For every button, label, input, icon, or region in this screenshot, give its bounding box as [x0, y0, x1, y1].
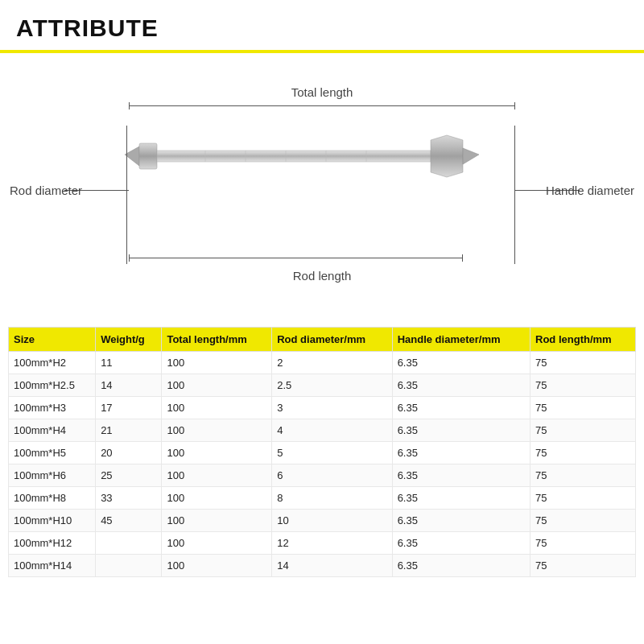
table-cell: 6.35 [392, 352, 530, 374]
table-cell: 2.5 [272, 374, 392, 397]
table-cell: 100mm*H10 [9, 510, 96, 532]
table-cell: 75 [530, 352, 636, 374]
table-cell: 11 [96, 352, 162, 374]
table-row: 100mm*H42110046.3575 [9, 419, 636, 442]
table-cell: 25 [96, 464, 162, 487]
table-body: 100mm*H21110026.3575100mm*H2.5141002.56.… [9, 352, 636, 577]
table-cell: 12 [272, 532, 392, 555]
total-length-label: Total length [291, 85, 353, 99]
table-cell: 6.35 [392, 442, 530, 464]
table-cell: 20 [96, 442, 162, 464]
table-cell: 100mm*H2 [9, 352, 96, 374]
table-row: 100mm*H62510066.3575 [9, 464, 636, 487]
table-cell: 100mm*H6 [9, 464, 96, 487]
table-cell: 100 [162, 487, 272, 510]
col-rod-diameter: Rod diameter/mm [272, 328, 392, 352]
table-row: 100mm*H1045100106.3575 [9, 510, 636, 532]
table-cell: 100 [162, 352, 272, 374]
table-cell: 6.35 [392, 487, 530, 510]
table-cell: 75 [530, 555, 636, 577]
svg-rect-1 [139, 143, 157, 169]
table-cell: 75 [530, 464, 636, 487]
col-size: Size [9, 328, 96, 352]
table-cell: 21 [96, 419, 162, 442]
header-section: ATTRIBUTE [0, 0, 644, 53]
table-cell: 100mm*H14 [9, 555, 96, 577]
table-cell: 100mm*H2.5 [9, 374, 96, 397]
table-cell: 100mm*H5 [9, 442, 96, 464]
table-cell: 6.35 [392, 397, 530, 419]
total-length-line [129, 105, 515, 106]
table-cell: 75 [530, 510, 636, 532]
table-cell: 14 [272, 555, 392, 577]
table-cell: 6.35 [392, 374, 530, 397]
table-cell: 14 [96, 374, 162, 397]
table-cell: 100 [162, 532, 272, 555]
screwdriver-image [125, 124, 519, 192]
rod-length-line [129, 258, 463, 258]
table-row: 100mm*H52010056.3575 [9, 442, 636, 464]
table-cell: 75 [530, 532, 636, 555]
table-row: 100mm*H12100126.3575 [9, 532, 636, 555]
col-handle-diameter: Handle diameter/mm [392, 328, 530, 352]
rod-length-label: Rod length [293, 269, 352, 283]
table-cell: 5 [272, 442, 392, 464]
table-cell: 10 [272, 510, 392, 532]
table-cell: 75 [530, 419, 636, 442]
table-cell: 100 [162, 464, 272, 487]
table-cell: 100 [162, 555, 272, 577]
svg-rect-2 [157, 151, 431, 162]
table-cell: 6.35 [392, 555, 530, 577]
table-cell: 6.35 [392, 464, 530, 487]
rod-diameter-label: Rod diameter [10, 184, 82, 197]
table-cell: 100mm*H4 [9, 419, 96, 442]
table-cell: 100 [162, 510, 272, 532]
table-cell: 75 [530, 374, 636, 397]
table-area: Size Weight/g Total length/mm Rod diamet… [0, 327, 644, 644]
table-row: 100mm*H21110026.3575 [9, 352, 636, 374]
col-weight: Weight/g [96, 328, 162, 352]
table-header: Size Weight/g Total length/mm Rod diamet… [9, 328, 636, 352]
table-row: 100mm*H83310086.3575 [9, 487, 636, 510]
diagram-area: Total length [0, 53, 644, 327]
handle-diameter-label: Handle diameter [546, 184, 634, 197]
rod-diameter-vline [126, 126, 127, 264]
page: ATTRIBUTE Total length [0, 0, 644, 644]
table-cell: 100mm*H3 [9, 397, 96, 419]
table-cell: 100 [162, 374, 272, 397]
svg-marker-4 [463, 148, 479, 164]
table-row: 100mm*H31710036.3575 [9, 397, 636, 419]
table-cell: 100 [162, 419, 272, 442]
table-cell: 33 [96, 487, 162, 510]
table-row: 100mm*H14100146.3575 [9, 555, 636, 577]
table-cell: 6.35 [392, 532, 530, 555]
attributes-table: Size Weight/g Total length/mm Rod diamet… [8, 327, 636, 577]
table-cell: 100 [162, 397, 272, 419]
col-rod-length: Rod length/mm [530, 328, 636, 352]
table-cell: 100mm*H8 [9, 487, 96, 510]
table-cell: 45 [96, 510, 162, 532]
page-title: ATTRIBUTE [16, 14, 159, 41]
table-cell: 2 [272, 352, 392, 374]
table-cell: 75 [530, 397, 636, 419]
table-cell: 75 [530, 442, 636, 464]
table-cell: 3 [272, 397, 392, 419]
table-cell: 8 [272, 487, 392, 510]
table-cell [96, 555, 162, 577]
table-cell: 17 [96, 397, 162, 419]
table-row: 100mm*H2.5141002.56.3575 [9, 374, 636, 397]
table-cell: 100mm*H12 [9, 532, 96, 555]
handle-diameter-vline [514, 126, 515, 264]
table-cell: 100 [162, 442, 272, 464]
table-cell: 6 [272, 464, 392, 487]
col-total-length: Total length/mm [162, 328, 272, 352]
table-cell: 6.35 [392, 419, 530, 442]
table-cell: 6.35 [392, 510, 530, 532]
svg-marker-3 [431, 135, 463, 177]
table-cell [96, 532, 162, 555]
table-cell: 75 [530, 487, 636, 510]
table-cell: 4 [272, 419, 392, 442]
